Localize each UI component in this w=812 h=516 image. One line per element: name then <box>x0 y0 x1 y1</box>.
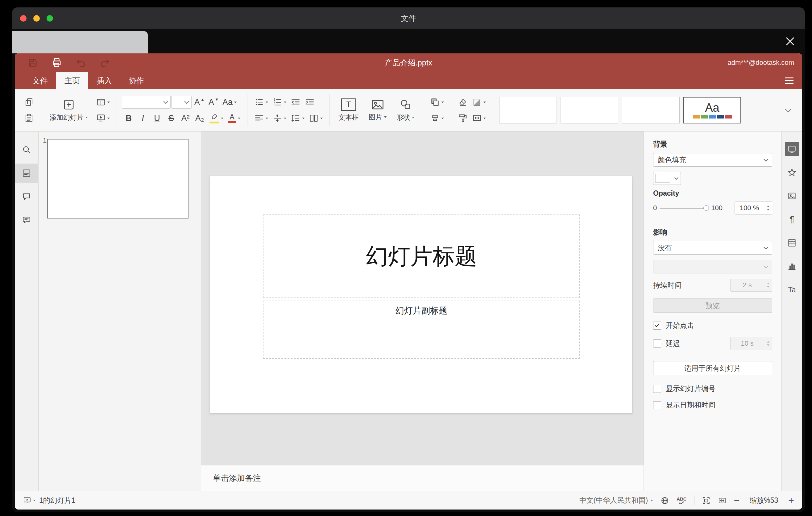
increase-indent-button[interactable] <box>303 95 317 109</box>
notes-area[interactable]: 单击添加备注 <box>201 465 643 491</box>
tab-insert[interactable]: 插入 <box>88 72 120 89</box>
modal-close-button[interactable] <box>783 34 797 48</box>
fill-color-button[interactable] <box>470 95 488 109</box>
insert-image-button[interactable]: 图片 <box>365 94 390 126</box>
tab-file[interactable]: 文件 <box>24 72 56 89</box>
spin-up-icon[interactable] <box>767 205 770 207</box>
start-slideshow-button[interactable] <box>94 111 112 125</box>
minimize-window-button[interactable] <box>33 15 40 22</box>
highlight-color-button[interactable] <box>207 111 225 125</box>
font-name-combobox[interactable] <box>122 96 171 109</box>
slide-canvas[interactable]: 幻灯片标题 幻灯片副标题 <box>210 176 633 413</box>
font-color-button[interactable]: A <box>226 111 242 125</box>
show-slide-number-checkbox[interactable]: 显示幻灯片编号 <box>653 384 772 394</box>
show-date-time-checkbox[interactable]: 显示日期和时间 <box>653 400 772 410</box>
copy-style-button[interactable] <box>456 111 469 125</box>
bold-button[interactable]: B <box>122 111 136 125</box>
opacity-slider[interactable] <box>660 205 708 211</box>
text-box-button[interactable]: T 文本框 <box>335 94 362 126</box>
paragraph-settings-button[interactable]: ¶ <box>785 212 799 227</box>
increment-font-size-button[interactable]: A▴ <box>192 95 206 109</box>
menu-icon[interactable] <box>785 78 793 84</box>
comments-button[interactable] <box>15 187 38 206</box>
chat-button[interactable] <box>15 210 38 230</box>
gallery-expand-button[interactable] <box>781 97 795 123</box>
clear-style-button[interactable] <box>456 95 469 109</box>
start-slideshow-status-button[interactable] <box>23 496 35 505</box>
theme-option[interactable] <box>499 97 557 123</box>
slide-layout-button[interactable] <box>94 95 112 109</box>
slide-size-button[interactable] <box>470 111 488 125</box>
font-name-dropdown-button[interactable] <box>161 96 170 108</box>
strikethrough-button[interactable]: S <box>165 111 178 125</box>
subscript-button[interactable]: A₂ <box>193 111 206 125</box>
background-fill-select[interactable]: 颜色填充 <box>653 153 772 167</box>
slide-settings-button[interactable] <box>785 142 799 156</box>
insert-columns-button[interactable] <box>307 111 324 125</box>
checkbox-unchecked-icon[interactable] <box>653 385 661 393</box>
print-button[interactable] <box>51 56 62 69</box>
paste-button[interactable] <box>22 111 36 125</box>
zoom-out-button[interactable]: − <box>734 496 740 506</box>
tab-collaboration[interactable]: 协作 <box>120 72 152 89</box>
color-dropdown-button[interactable] <box>672 172 680 184</box>
background-color-picker[interactable] <box>653 172 681 185</box>
fit-width-button[interactable] <box>718 496 727 505</box>
change-case-button[interactable]: Aa <box>221 95 238 109</box>
fullscreen-window-button[interactable] <box>47 15 53 22</box>
vertical-align-button[interactable] <box>270 111 288 125</box>
italic-button[interactable]: I <box>136 111 150 125</box>
close-window-button[interactable] <box>20 15 27 22</box>
save-button[interactable] <box>27 56 38 69</box>
apply-to-all-button[interactable]: 适用于所有幻灯片 <box>653 361 772 375</box>
language-selector[interactable]: 中文(中华人民共和国) <box>579 496 653 505</box>
font-size-dropdown-button[interactable] <box>182 96 191 108</box>
arrange-shape-button[interactable] <box>428 95 446 109</box>
slider-knob[interactable] <box>703 205 709 211</box>
insert-shape-button[interactable]: 形状 <box>393 94 418 126</box>
subtitle-placeholder[interactable]: 幻灯片副标题 <box>263 300 580 359</box>
align-shape-button[interactable] <box>428 111 446 125</box>
start-on-click-checkbox[interactable]: 开始点击 <box>653 321 772 330</box>
bullets-button[interactable] <box>252 95 270 109</box>
checkbox-unchecked-icon[interactable] <box>653 340 661 347</box>
table-settings-button[interactable] <box>785 236 799 250</box>
decrement-font-size-button[interactable]: A▾ <box>206 95 220 109</box>
tab-home[interactable]: 主页 <box>56 72 88 89</box>
editing-canvas[interactable]: 幻灯片标题 幻灯片副标题 <box>201 132 643 465</box>
add-slide-button[interactable]: 添加幻灯片 <box>46 94 92 126</box>
spinner-arrows[interactable] <box>764 202 772 214</box>
shape-settings-button[interactable] <box>785 165 799 180</box>
theme-swatch <box>725 115 732 118</box>
theme-option[interactable] <box>622 97 680 123</box>
font-size-combobox[interactable] <box>171 96 192 109</box>
theme-option[interactable] <box>560 97 618 123</box>
copy-button[interactable] <box>22 95 36 109</box>
spin-down-icon[interactable] <box>767 209 770 210</box>
horizontal-align-button[interactable] <box>252 111 270 125</box>
delay-checkbox[interactable]: 延迟 10 s <box>653 337 772 350</box>
transition-effect-select[interactable]: 没有 <box>653 241 772 255</box>
undo-button[interactable] <box>75 56 86 69</box>
line-spacing-button[interactable] <box>289 111 306 125</box>
fit-slide-button[interactable] <box>702 496 710 505</box>
redo-button[interactable] <box>99 56 111 69</box>
opacity-spinner[interactable]: 100 % <box>734 202 772 214</box>
numbering-button[interactable]: 123 <box>270 95 288 109</box>
textart-settings-button[interactable]: Ta <box>785 283 799 297</box>
checkbox-checked-icon[interactable] <box>653 322 661 329</box>
set-language-button[interactable] <box>661 496 669 505</box>
chart-settings-button[interactable] <box>785 259 799 274</box>
zoom-in-button[interactable]: + <box>788 496 794 506</box>
search-button[interactable] <box>15 140 38 159</box>
theme-option-selected[interactable]: Aa <box>683 97 741 123</box>
slides-panel-button[interactable] <box>15 164 38 183</box>
image-settings-button[interactable] <box>785 189 799 203</box>
underline-button[interactable]: U <box>150 111 164 125</box>
superscript-button[interactable]: A² <box>179 111 192 125</box>
title-placeholder[interactable]: 幻灯片标题 <box>263 214 580 298</box>
spellcheck-button[interactable]: ABC <box>676 496 687 504</box>
slide-thumbnail[interactable] <box>47 139 188 219</box>
checkbox-unchecked-icon[interactable] <box>653 401 661 409</box>
decrease-indent-button[interactable] <box>289 95 302 109</box>
